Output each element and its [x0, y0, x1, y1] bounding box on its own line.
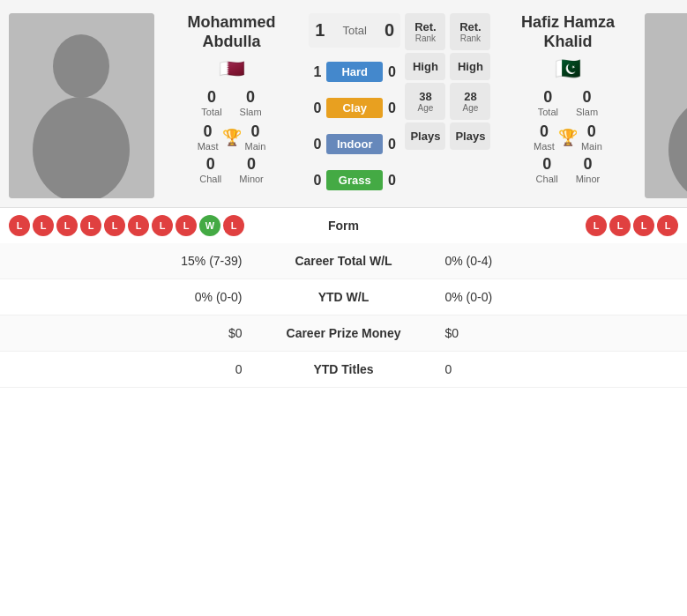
right-center-stats: Ret. Rank High 28 Age Plays — [450, 13, 490, 198]
left-main-block: 0 Main — [245, 122, 266, 152]
stat-row-center: YTD W/L — [256, 290, 432, 304]
right-slam-label: Slam — [576, 107, 598, 117]
right-player-flag: 🇵🇰 — [555, 56, 581, 81]
right-slam-block: 0 Slam — [576, 88, 598, 117]
form-bubble: L — [80, 215, 101, 236]
stat-row: $0 Career Prize Money $0 — [0, 315, 687, 352]
grass-right: 0 — [383, 173, 400, 189]
surface-rows: 1 Hard 0 0 Clay 0 0 Indoor 0 0 Grass — [309, 54, 400, 198]
right-mast-block: 0 Mast — [534, 122, 555, 152]
right-minor-label: Minor — [576, 174, 601, 184]
stat-row: 15% (7-39) Career Total W/L 0% (0-4) — [0, 243, 687, 279]
stat-row-right: 0% (0-4) — [432, 254, 675, 268]
right-trophy-icon: 🏆 — [558, 128, 578, 147]
grass-left: 0 — [309, 173, 326, 189]
right-slam-value: 0 — [583, 88, 592, 107]
right-player-photo — [645, 13, 687, 198]
right-chall-label: Chall — [536, 174, 558, 184]
clay-row: 0 Clay 0 — [309, 96, 400, 120]
hard-left: 1 — [309, 64, 326, 80]
right-high-box: High — [450, 53, 490, 80]
left-total-block: 0 Total — [201, 88, 221, 117]
left-main-value: 0 — [250, 122, 259, 141]
form-bubble: L — [9, 215, 30, 236]
left-high-box: High — [405, 53, 445, 80]
right-chall-block: 0 Chall — [536, 155, 558, 184]
stats-rows: 15% (7-39) Career Total W/L 0% (0-4) 0% … — [0, 243, 687, 388]
left-mast-block: 0 Mast — [198, 122, 219, 152]
right-age-value: 28 — [463, 90, 479, 103]
stat-row: 0% (0-0) YTD W/L 0% (0-0) — [0, 279, 687, 315]
form-bubble: L — [128, 215, 149, 236]
clay-left: 0 — [309, 100, 326, 116]
svg-point-2 — [33, 97, 130, 198]
form-bubble: L — [609, 215, 631, 236]
right-plays-value: Plays — [455, 130, 485, 143]
left-chall-block: 0 Chall — [199, 155, 221, 184]
left-player-photo — [9, 13, 154, 198]
form-bubble: L — [586, 215, 607, 236]
left-main-label: Main — [245, 141, 266, 152]
left-mast-label: Mast — [198, 141, 219, 152]
indoor-badge: Indoor — [326, 134, 383, 154]
left-plays-box: Plays — [405, 122, 445, 150]
left-mast-value: 0 — [204, 122, 213, 141]
left-rank-box: Ret. Rank — [405, 13, 445, 50]
right-player-silhouette — [645, 13, 687, 198]
right-rank-label: Rank — [459, 33, 482, 43]
hard-row: 1 Hard 0 — [309, 60, 400, 84]
center-stats-column: 1 Total 0 1 Hard 0 0 Clay 0 0 Indoor — [309, 13, 400, 198]
right-trophy-row: 0 Mast 🏆 0 Main — [534, 122, 602, 152]
form-section: LLLLLLLLWL Form LLLL — [0, 207, 687, 243]
hard-right: 0 — [383, 64, 400, 80]
right-rank-box: Ret. Rank — [450, 13, 490, 50]
total-right: 0 — [385, 20, 394, 41]
right-rank-value: Ret. — [459, 20, 482, 33]
left-slam-label: Slam — [240, 107, 262, 117]
stat-row-left: 15% (7-39) — [13, 254, 256, 268]
clay-badge: Clay — [326, 98, 383, 118]
left-total-label: Total — [201, 107, 221, 117]
left-chall-label: Chall — [199, 174, 221, 184]
comparison-area: MohammedAbdulla 🇶🇦 0 Total 0 Slam 0 Mast… — [0, 0, 687, 207]
right-age-label: Age — [463, 103, 479, 113]
left-minor-block: 0 Minor — [239, 155, 264, 184]
left-rank-value: Ret. — [414, 20, 437, 33]
stat-row-center: YTD Titles — [256, 362, 432, 376]
stat-row-right: 0 — [432, 362, 675, 376]
right-chall-value: 0 — [542, 155, 551, 174]
svg-point-1 — [53, 34, 109, 98]
indoor-right: 0 — [383, 137, 400, 152]
form-bubble: L — [633, 215, 654, 236]
right-total-value: 0 — [543, 88, 552, 107]
stat-row-left: 0 — [13, 362, 256, 376]
total-left: 1 — [315, 20, 325, 41]
left-minor-value: 0 — [247, 155, 256, 174]
right-minor-value: 0 — [583, 155, 592, 174]
total-label: Total — [342, 24, 366, 37]
right-form-results: LLLL — [397, 215, 679, 236]
form-bubble: L — [152, 215, 173, 236]
left-age-box: 38 Age — [405, 83, 445, 120]
left-player-name: MohammedAbdulla — [187, 13, 275, 51]
stat-row-left: $0 — [13, 326, 256, 340]
left-total-value: 0 — [207, 88, 216, 107]
right-minor-block: 0 Minor — [576, 155, 601, 184]
left-chall-value: 0 — [206, 155, 215, 174]
left-player-info: MohammedAbdulla 🇶🇦 0 Total 0 Slam 0 Mast… — [159, 13, 304, 198]
left-silhouette-svg — [9, 13, 154, 198]
right-main-label: Main — [581, 141, 602, 152]
left-plays-value: Plays — [410, 130, 440, 143]
stat-row-right: $0 — [432, 326, 675, 340]
indoor-row: 0 Indoor 0 — [309, 132, 400, 156]
grass-badge: Grass — [326, 170, 383, 190]
right-high-value: High — [458, 60, 483, 73]
right-mast-value: 0 — [540, 122, 549, 141]
form-label: Form — [291, 219, 397, 233]
form-bubble: L — [56, 215, 78, 236]
stat-row-center: Career Prize Money — [256, 326, 432, 340]
left-minor-label: Minor — [239, 174, 264, 184]
form-bubble: L — [175, 215, 197, 236]
stat-row-left: 0% (0-0) — [13, 290, 256, 304]
right-main-value: 0 — [587, 122, 596, 141]
